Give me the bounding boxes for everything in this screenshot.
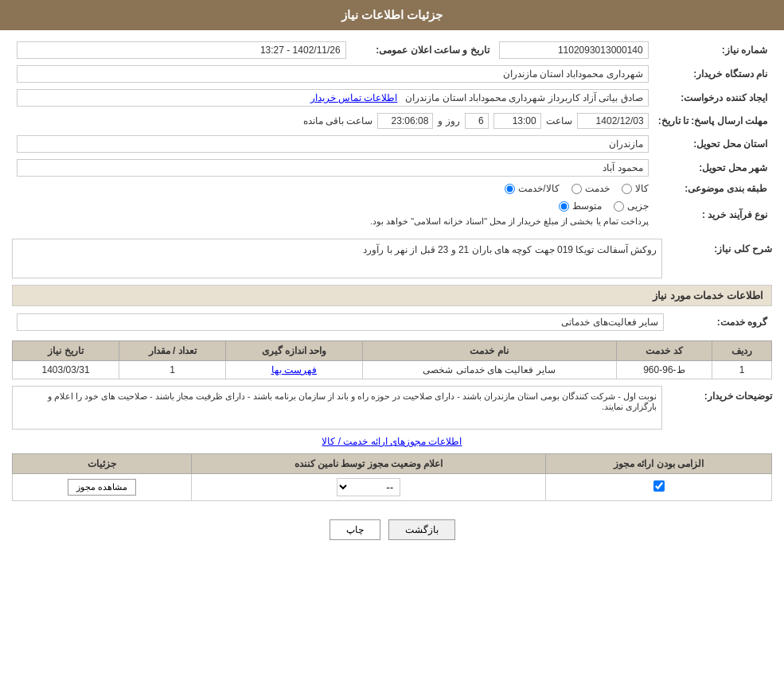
- category-option-kala-khedmat: کالا/خدمت: [505, 183, 559, 194]
- col-date: تاریخ نیاز: [13, 341, 119, 361]
- col-row: ردیف: [712, 341, 772, 361]
- days-label: روز و: [438, 115, 459, 126]
- print-button[interactable]: چاپ: [330, 519, 380, 540]
- need-number-label: شماره نیاز:: [653, 38, 772, 62]
- col-name: نام خدمت: [362, 341, 616, 361]
- service-row-1: 1 ط-96-960 سایر فعالیت های خدماتی شخصی ف…: [13, 361, 772, 379]
- purchase-radio-motavasset[interactable]: [559, 201, 569, 212]
- view-permit-button[interactable]: مشاهده مجوز: [68, 479, 136, 496]
- category-option-khedmat: خدمت: [571, 183, 610, 194]
- purchase-type-label: نوع فرآیند خرید :: [653, 197, 772, 232]
- send-deadline-date: 1402/12/03: [577, 113, 649, 129]
- province-value: مازندران: [17, 135, 649, 153]
- creator-contact-link[interactable]: اطلاعات تماس خریدار: [310, 92, 398, 103]
- category-radio-kala-khedmat[interactable]: [505, 184, 515, 194]
- service-group-table: گروه خدمت: سایر فعالیت‌های خدماتی: [12, 310, 772, 334]
- jozi-label: جزیی: [627, 200, 649, 212]
- service-quantity: 1: [119, 361, 226, 379]
- send-deadline-label: مهلت ارسال پاسخ: تا تاریخ:: [653, 110, 772, 132]
- buyer-name-value: شهرداری محموداباد استان مازندران: [17, 65, 649, 83]
- permissions-section-link[interactable]: اطلاعات مجوزهای ارائه خدمت / کالا: [12, 436, 772, 447]
- announcement-label: تاریخ و ساعت اعلان عمومی:: [351, 38, 494, 62]
- page-wrapper: جزئیات اطلاعات نیاز شماره نیاز: 11020930…: [0, 0, 784, 696]
- service-code: ط-96-960: [616, 361, 712, 379]
- service-unit: فهرست بها: [226, 361, 363, 379]
- col-unit: واحد اندازه گیری: [226, 341, 363, 361]
- perm-status-cell: --: [192, 474, 546, 501]
- service-group-value: سایر فعالیت‌های خدماتی: [17, 313, 664, 331]
- purchase-option-jozi: جزیی: [614, 200, 649, 212]
- category-radio-kala[interactable]: [622, 184, 632, 194]
- purchase-note: پرداخت تمام یا بخشی از مبلغ خریدار از مح…: [17, 214, 649, 229]
- service-group-label: گروه خدمت:: [669, 310, 772, 334]
- perm-details-cell: مشاهده مجوز: [13, 474, 192, 501]
- perm-col-required: الزامی بودن ارائه مجوز: [546, 454, 772, 474]
- creator-value: صادق بیاتی آزاد کاربرداز شهرداری محموداب…: [405, 92, 642, 103]
- motavasset-label: متوسط: [572, 200, 602, 212]
- perm-row-1: -- مشاهده مجوز: [13, 474, 772, 501]
- perm-status-select[interactable]: --: [337, 478, 400, 496]
- announcement-value: 1402/11/26 - 13:27: [17, 41, 346, 59]
- purchase-type-radio-group: جزیی متوسط: [17, 200, 649, 212]
- khedmat-label: خدمت: [585, 183, 610, 194]
- page-header: جزئیات اطلاعات نیاز: [0, 0, 784, 30]
- buyer-notes-value: نوبت اول - شرکت کنندگان بومی استان مازند…: [12, 386, 662, 430]
- need-number-value: 1102093013000140: [499, 41, 649, 59]
- remaining-label: ساعت باقی مانده: [303, 115, 373, 126]
- kala-label: کالا: [635, 183, 649, 194]
- services-table: ردیف کد خدمت نام خدمت واحد اندازه گیری ت…: [12, 340, 772, 379]
- page-title: جزئیات اطلاعات نیاز: [341, 8, 443, 21]
- action-buttons-area: بازگشت چاپ: [12, 507, 772, 552]
- kala-khedmat-label: کالا/خدمت: [518, 183, 559, 194]
- service-unit-link[interactable]: فهرست بها: [271, 364, 317, 375]
- time-label: ساعت: [546, 115, 572, 126]
- col-quantity: تعداد / مقدار: [119, 341, 226, 361]
- category-radio-khedmat[interactable]: [571, 184, 582, 194]
- back-button[interactable]: بازگشت: [388, 519, 455, 540]
- service-row-num: 1: [712, 361, 772, 379]
- send-deadline-days: 6: [465, 113, 489, 129]
- perm-required-checkbox[interactable]: [653, 480, 665, 492]
- purchase-option-motavasset: متوسط: [559, 200, 602, 212]
- buyer-notes-label: توضیحات خریدار:: [669, 386, 772, 402]
- col-code: کد خدمت: [616, 341, 712, 361]
- province-label: استان محل تحویل:: [653, 132, 772, 156]
- category-radio-group: کالا خدمت کالا/خدمت: [17, 183, 649, 194]
- city-value: محمود آباد: [17, 159, 649, 177]
- send-deadline-remaining: 23:06:08: [377, 113, 433, 129]
- perm-col-details: جزئیات: [13, 454, 192, 474]
- send-deadline-time: 13:00: [493, 113, 541, 129]
- category-option-kala: کالا: [622, 183, 649, 194]
- services-section-header: اطلاعات خدمات مورد نیاز: [12, 285, 772, 306]
- service-date: 1403/03/31: [13, 361, 119, 379]
- purchase-radio-jozi[interactable]: [614, 201, 624, 212]
- general-desc-value: روکش آسفالت تویکا 019 جهت کوچه های باران…: [12, 239, 662, 278]
- basic-info-table: شماره نیاز: 1102093013000140 تاریخ و ساع…: [12, 38, 772, 232]
- main-content: شماره نیاز: 1102093013000140 تاریخ و ساع…: [0, 30, 784, 560]
- perm-required-cell: [546, 474, 772, 501]
- permissions-table: الزامی بودن ارائه مجوز اعلام وضعیت مجوز …: [12, 453, 772, 501]
- category-label: طبقه بندی موضوعی:: [653, 180, 772, 197]
- creator-label: ایجاد کننده درخواست:: [653, 86, 772, 110]
- city-label: شهر محل تحویل:: [653, 156, 772, 180]
- buyer-name-label: نام دستگاه خریدار:: [653, 62, 772, 86]
- general-desc-label: شرح کلی نیاز:: [669, 239, 772, 255]
- perm-col-status: اعلام وضعیت مجوز توسط نامین کننده: [192, 454, 546, 474]
- service-name: سایر فعالیت های خدماتی شخصی: [362, 361, 616, 379]
